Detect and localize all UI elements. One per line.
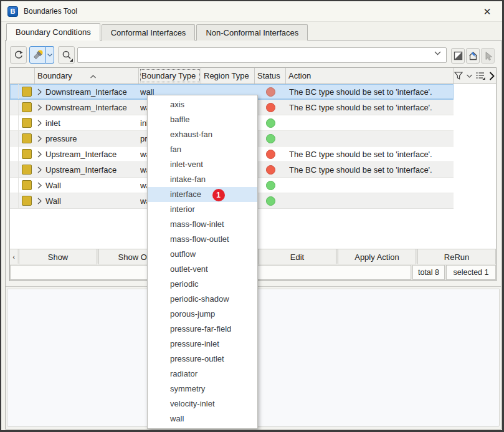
cursor-arrow-icon — [483, 51, 493, 61]
header-select-column — [10, 68, 35, 84]
menu-item-mass-flow-outlet[interactable]: mass-flow-outlet — [148, 232, 257, 247]
row-expand-icon[interactable] — [37, 151, 42, 158]
action-text: The BC type should be set to 'interface'… — [289, 146, 452, 162]
header-boundary-type[interactable]: Boundary Type — [139, 68, 201, 84]
app-icon: B — [7, 6, 18, 17]
status-dot — [266, 150, 275, 159]
menu-item-interior[interactable]: interior — [148, 202, 257, 217]
title-bar: B Boundaries Tool ✕ — [1, 1, 502, 22]
menu-item-axis[interactable]: axis — [148, 97, 257, 112]
menu-item-outlet-vent[interactable]: outlet-vent — [148, 262, 257, 277]
filter-funnel-icon[interactable] — [454, 72, 463, 80]
row-checkbox[interactable] — [22, 196, 32, 206]
boundary-name: Wall — [45, 178, 61, 193]
display-mode-button[interactable] — [451, 48, 465, 64]
boundaries-tool-window: B Boundaries Tool ✕ Boundary Conditions … — [0, 0, 504, 432]
header-action[interactable]: Action — [286, 68, 454, 84]
menu-item-porous-jump[interactable]: porous-jump — [148, 307, 257, 322]
header-region-type[interactable]: Region Type — [201, 68, 255, 84]
refresh-icon — [14, 50, 24, 60]
chevron-down-icon — [47, 54, 52, 57]
action-text: The BC type should be set to 'interface'… — [289, 84, 452, 100]
status-dot — [266, 165, 275, 175]
menu-item-pressure-far-field[interactable]: pressure-far-field — [148, 322, 257, 337]
window-title: Boundaries Tool — [24, 7, 77, 16]
header-boundary[interactable]: Boundary — [35, 68, 139, 84]
pointer-button[interactable] — [481, 48, 495, 64]
row-expand-icon[interactable] — [37, 182, 42, 189]
total-count: total 8 — [412, 265, 445, 280]
filter-chevron-down-icon[interactable] — [467, 74, 472, 78]
apply-action-button[interactable]: Apply Action — [338, 249, 416, 264]
search-button[interactable] — [58, 46, 75, 64]
edit-home-button[interactable] — [466, 48, 480, 64]
boundary-name: Upstream_Interface — [45, 146, 116, 162]
status-dot — [266, 196, 275, 206]
row-lead-cell — [10, 178, 19, 193]
scroll-buttons-left[interactable]: ‹ — [10, 249, 17, 264]
row-checkbox[interactable] — [22, 165, 32, 175]
menu-item-periodic[interactable]: periodic — [148, 277, 257, 292]
search-dropdown-chevron-icon[interactable] — [434, 51, 441, 55]
row-lead-cell — [10, 193, 19, 208]
rerun-button[interactable]: ReRun — [417, 249, 496, 264]
edit-button[interactable]: Edit — [258, 249, 336, 264]
row-checkbox[interactable] — [22, 87, 32, 97]
row-expand-icon[interactable] — [37, 89, 42, 95]
row-expand-icon[interactable] — [37, 120, 42, 127]
menu-item-interface[interactable]: interface 1 — [148, 187, 257, 202]
row-expand-icon[interactable] — [37, 104, 42, 111]
action-text — [289, 193, 452, 209]
tab-boundary-conditions[interactable]: Boundary Conditions — [6, 23, 100, 41]
menu-item-periodic-shadow[interactable]: periodic-shadow — [148, 292, 257, 307]
selected-count: selected 1 — [446, 265, 496, 280]
row-checkbox[interactable] — [22, 180, 32, 190]
expand-columns-chevron-icon[interactable] — [489, 72, 495, 80]
row-checkbox[interactable] — [22, 102, 32, 112]
flashlight-icon — [32, 49, 44, 60]
table-header: Boundary Boundary Type Region Type Statu… — [10, 68, 496, 84]
column-list-icon[interactable] — [476, 72, 485, 80]
pick-filter-button[interactable] — [29, 46, 46, 64]
tab-conformal-interfaces[interactable]: Conformal Interfaces — [102, 24, 196, 41]
menu-item-interface-label: interface — [170, 190, 201, 199]
action-text — [289, 131, 452, 146]
row-expand-icon[interactable] — [37, 198, 42, 204]
row-expand-icon[interactable] — [37, 166, 42, 173]
action-text: The BC type should be set to 'interface'… — [289, 100, 452, 115]
refresh-button[interactable] — [10, 46, 27, 64]
header-status[interactable]: Status — [255, 68, 286, 84]
status-dot — [266, 118, 275, 128]
menu-item-pressure-outlet[interactable]: pressure-outlet — [148, 352, 257, 367]
tab-non-conformal-interfaces[interactable]: Non-Conformal Interfaces — [196, 24, 308, 41]
show-button[interactable]: Show — [19, 249, 97, 264]
menu-item-radiator[interactable]: radiator — [148, 367, 257, 382]
boundary-name: Wall — [45, 193, 61, 209]
row-lead-cell — [10, 146, 19, 161]
pick-filter-dropdown-button[interactable] — [46, 46, 54, 64]
action-text: The BC type should be set to 'interface'… — [289, 162, 452, 178]
pick-filter-split-button — [29, 46, 54, 64]
menu-item-pressure-inlet[interactable]: pressure-inlet — [148, 337, 257, 352]
row-expand-icon[interactable] — [37, 135, 42, 142]
menu-item-intake-fan[interactable]: intake-fan — [148, 172, 257, 187]
close-icon[interactable]: ✕ — [480, 5, 494, 19]
row-lead-cell — [10, 162, 19, 177]
row-checkbox[interactable] — [22, 149, 32, 159]
row-checkbox[interactable] — [22, 118, 32, 128]
search-input[interactable] — [77, 47, 447, 63]
menu-item-baffle[interactable]: baffle — [148, 112, 257, 127]
row-checkbox[interactable] — [22, 133, 32, 143]
menu-item-symmetry[interactable]: symmetry — [148, 382, 257, 396]
row-lead-cell — [10, 131, 19, 146]
menu-item-mass-flow-inlet[interactable]: mass-flow-inlet — [148, 217, 257, 232]
boundary-name: Upstream_Interface — [45, 162, 116, 178]
status-dot — [266, 181, 275, 190]
menu-item-fan[interactable]: fan — [148, 142, 257, 157]
menu-item-velocity-inlet[interactable]: velocity-inlet — [148, 396, 257, 411]
menu-item-inlet-vent[interactable]: inlet-vent — [148, 157, 257, 172]
menu-item-exhaust-fan[interactable]: exhaust-fan — [148, 127, 257, 142]
menu-item-wall[interactable]: wall — [148, 411, 257, 426]
row-lead-cell — [10, 115, 19, 130]
menu-item-outflow[interactable]: outflow — [148, 247, 257, 262]
